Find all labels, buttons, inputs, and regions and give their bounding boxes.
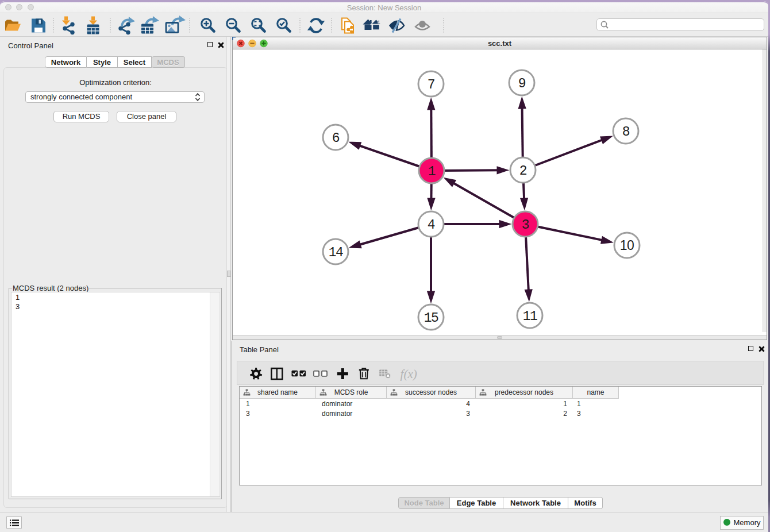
svg-text:9: 9 xyxy=(518,76,526,91)
svg-text:14: 14 xyxy=(329,245,343,260)
svg-text:1: 1 xyxy=(428,164,436,179)
svg-text:6: 6 xyxy=(332,131,340,146)
svg-text:10: 10 xyxy=(620,238,634,253)
svg-text:15: 15 xyxy=(424,311,438,326)
svg-text:11: 11 xyxy=(523,309,537,324)
svg-text:8: 8 xyxy=(622,125,630,140)
svg-text:2: 2 xyxy=(519,164,527,179)
svg-text:3: 3 xyxy=(522,218,529,233)
svg-text:4: 4 xyxy=(428,218,435,233)
svg-text:7: 7 xyxy=(428,78,434,92)
svg-text:f(x): f(x) xyxy=(401,367,417,381)
